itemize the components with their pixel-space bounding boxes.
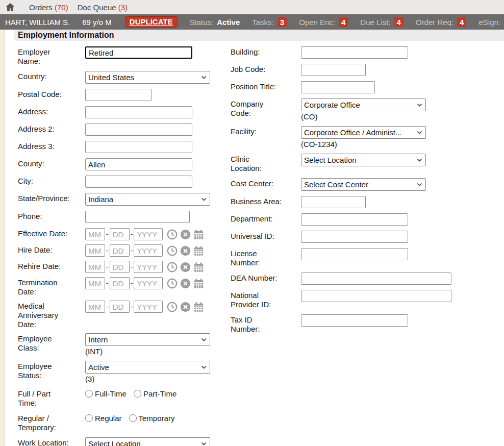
open-enc-label: Open Enc: xyxy=(299,18,335,27)
due-list-label: Due List: xyxy=(360,18,390,27)
clear-date-icon[interactable] xyxy=(180,278,191,289)
clear-date-icon[interactable] xyxy=(180,245,191,256)
employer-name-label: Employer Name: xyxy=(18,46,85,66)
nav-link-count: (3) xyxy=(118,3,128,12)
clear-date-icon[interactable] xyxy=(180,229,191,240)
address-field[interactable] xyxy=(85,106,192,118)
form-column-right: Building: Job Code: Position Title: Comp… xyxy=(231,46,470,339)
facility-label: Facility: xyxy=(231,126,301,136)
country-select[interactable]: United States xyxy=(85,71,210,84)
rehire-date-label: Rehire Date: xyxy=(18,261,85,271)
nav-link-orders[interactable]: Orders (70) xyxy=(29,3,68,12)
dea-number-field[interactable] xyxy=(301,272,451,285)
employee-class-select[interactable]: Intern xyxy=(85,333,210,346)
hire-date-year-field[interactable] xyxy=(134,244,163,257)
medical-anniversary-date-label: Medical Anniversary Date: xyxy=(18,301,85,329)
temporary-radio[interactable] xyxy=(129,414,137,422)
clock-icon[interactable] xyxy=(167,245,178,256)
company-code-value: (CO) xyxy=(301,112,426,121)
cost-center-select[interactable]: Select Cost Center xyxy=(301,178,426,191)
due-list-count-badge[interactable]: 4 xyxy=(394,17,404,27)
tax-id-number-field[interactable] xyxy=(301,314,408,327)
employer-name-field[interactable] xyxy=(85,46,192,59)
phone-field[interactable] xyxy=(85,211,190,223)
work-location-label: Work Location: xyxy=(18,437,85,446)
clock-icon[interactable] xyxy=(167,302,178,312)
employee-class-label: Employee Class: xyxy=(18,333,85,353)
nav-link-count: (70) xyxy=(55,3,68,12)
clock-icon[interactable] xyxy=(167,278,178,289)
country-label: Country: xyxy=(18,71,85,81)
calendar-icon[interactable] xyxy=(193,262,204,272)
hire-date-month-field[interactable] xyxy=(85,244,105,257)
facility-code-value: (CO-1234) xyxy=(301,140,426,148)
status-value: Active xyxy=(217,18,240,27)
employee-class-code: (INT) xyxy=(85,347,210,356)
left-margin-strip xyxy=(0,30,5,446)
effective-date-label: Effective Date: xyxy=(18,228,85,238)
effective-date-year-field[interactable] xyxy=(134,228,163,240)
state-province-select[interactable]: Indiana xyxy=(85,193,210,206)
effective-date-day-field[interactable] xyxy=(110,228,130,240)
tasks-count-badge[interactable]: 3 xyxy=(278,17,287,27)
rehire-date-year-field[interactable] xyxy=(134,261,163,273)
clear-date-icon[interactable] xyxy=(180,262,191,272)
department-field[interactable] xyxy=(301,213,408,226)
state-province-label: State/Province: xyxy=(18,193,85,203)
part-time-radio[interactable] xyxy=(134,390,141,398)
full-time-radio[interactable] xyxy=(85,390,93,398)
tax-id-number-label: Tax ID Number: xyxy=(231,314,301,334)
medical-anniversary-year-field[interactable] xyxy=(134,301,163,313)
regular-radio[interactable] xyxy=(85,414,93,422)
phone-label: Phone: xyxy=(18,211,85,221)
employee-status-select[interactable]: Active xyxy=(85,361,210,374)
hire-date-day-field[interactable] xyxy=(110,244,130,257)
calendar-icon[interactable] xyxy=(193,278,204,289)
rehire-date-month-field[interactable] xyxy=(85,261,105,273)
effective-date-month-field[interactable] xyxy=(85,228,105,240)
open-enc-count-badge[interactable]: 4 xyxy=(339,17,348,27)
temporary-radio-label: Temporary xyxy=(139,414,175,423)
city-field[interactable] xyxy=(85,176,192,188)
termination-date-year-field[interactable] xyxy=(134,277,163,289)
termination-date-month-field[interactable] xyxy=(85,277,105,289)
address2-field[interactable] xyxy=(85,123,192,136)
county-field[interactable] xyxy=(85,158,192,170)
medical-anniversary-month-field[interactable] xyxy=(85,301,105,313)
work-location-select[interactable]: Select Location xyxy=(85,437,210,446)
position-title-field[interactable] xyxy=(301,81,375,93)
universal-id-field[interactable] xyxy=(301,231,408,243)
rehire-date-day-field[interactable] xyxy=(110,261,130,273)
termination-date-day-field[interactable] xyxy=(110,277,130,289)
full-part-time-label: Full / Part Time: xyxy=(18,388,85,408)
facility-select[interactable]: Corporate Office / Administ... xyxy=(301,126,426,139)
job-code-field[interactable] xyxy=(301,64,366,76)
building-label: Building: xyxy=(231,46,301,57)
license-number-field[interactable] xyxy=(301,248,408,260)
form-panel: Employment Information Employer Name: Co… xyxy=(0,30,504,446)
clinic-location-select[interactable]: Select Location xyxy=(301,154,426,166)
form-column-left: Employer Name: Country: United States Po… xyxy=(18,46,224,446)
national-provider-id-field[interactable] xyxy=(301,290,451,302)
clock-icon[interactable] xyxy=(167,262,178,272)
nav-link-doc-queue[interactable]: Doc Queue (3) xyxy=(78,3,128,12)
calendar-icon[interactable] xyxy=(193,229,204,240)
section-header: Employment Information xyxy=(14,30,504,41)
company-code-select[interactable]: Corporate Office xyxy=(301,98,426,111)
order-req-count-badge[interactable]: 4 xyxy=(457,17,466,27)
calendar-icon[interactable] xyxy=(193,302,204,312)
calendar-icon[interactable] xyxy=(193,245,204,256)
esign-label: eSign: xyxy=(478,18,500,27)
building-field[interactable] xyxy=(301,46,408,59)
address3-field[interactable] xyxy=(85,141,192,153)
clear-date-icon[interactable] xyxy=(180,302,191,312)
medical-anniversary-day-field[interactable] xyxy=(110,301,130,313)
home-icon[interactable] xyxy=(5,2,16,13)
business-area-field[interactable] xyxy=(301,196,366,208)
clock-icon[interactable] xyxy=(167,229,178,240)
duplicate-flag[interactable]: DUPLICATE xyxy=(125,16,178,28)
top-nav-bar: Orders (70) Doc Queue (3) xyxy=(0,0,504,14)
status-label: Status: xyxy=(190,18,214,27)
postal-code-field[interactable] xyxy=(85,89,152,101)
city-label: City: xyxy=(18,176,85,186)
